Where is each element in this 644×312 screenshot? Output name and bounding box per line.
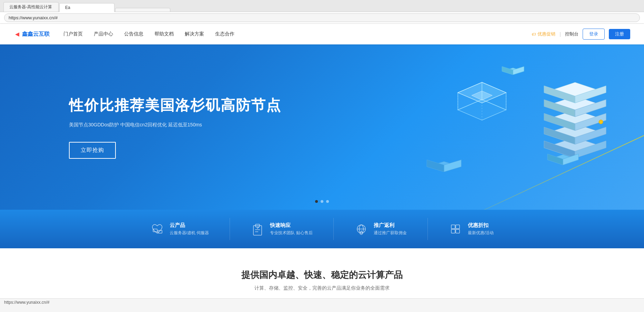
logo[interactable]: ◄ 鑫鑫云互联 bbox=[14, 30, 50, 38]
promo-link[interactable]: 🏷 优惠促销 bbox=[532, 31, 555, 37]
floating-block-1 bbox=[423, 153, 465, 172]
browser-tab-1[interactable]: 云服务器-高性能云计算 bbox=[3, 2, 59, 12]
hero-cta-button[interactable]: 立即抢购 bbox=[69, 142, 116, 159]
main-section: 提供国内卓越、快速、稳定的云计算产品 计算、存储、监控、安全，完善的云产品满足你… bbox=[0, 248, 644, 298]
logo-arrow-icon: ◄ bbox=[14, 30, 21, 38]
svg-marker-26 bbox=[427, 160, 444, 172]
carousel-dots bbox=[315, 200, 329, 203]
browser-address-bar bbox=[0, 12, 644, 24]
navbar: ◄ 鑫鑫云互联 门户首页 产品中心 公告信息 帮助文档 解决方案 生态合作 🏷 … bbox=[0, 24, 644, 44]
nav-links: 门户首页 产品中心 公告信息 帮助文档 解决方案 生态合作 bbox=[63, 31, 532, 37]
address-input[interactable] bbox=[4, 13, 640, 22]
nav-announcements[interactable]: 公告信息 bbox=[124, 31, 143, 37]
feature-cloud-products[interactable]: 云产品 云服务器/虚机 伺服器 bbox=[130, 218, 230, 240]
floating-block-2 bbox=[544, 148, 582, 165]
feature-cloud-title: 云产品 bbox=[170, 222, 209, 229]
feature-discount-title: 优惠折扣 bbox=[468, 222, 494, 229]
svg-marker-32 bbox=[502, 66, 513, 75]
clipboard-icon bbox=[251, 222, 264, 236]
nav-right: 🏷 优惠促销 | 控制台 登录 注册 bbox=[532, 29, 630, 40]
nav-home[interactable]: 门户首页 bbox=[63, 31, 83, 37]
svg-marker-33 bbox=[513, 66, 524, 75]
hero-illustration bbox=[410, 51, 616, 189]
promo-icon: 🏷 bbox=[532, 32, 536, 37]
svg-rect-48 bbox=[456, 229, 460, 233]
feature-promo-desc: 通过推广获取佣金 bbox=[374, 230, 407, 236]
browser-tab-2[interactable]: Ea bbox=[59, 3, 114, 12]
nav-divider: | bbox=[560, 31, 561, 37]
feature-discount[interactable]: 优惠折扣 最新优惠/活动 bbox=[428, 218, 514, 240]
feature-response-title: 快速响应 bbox=[270, 222, 312, 229]
heart-icon bbox=[150, 222, 164, 236]
control-link[interactable]: 控制台 bbox=[565, 31, 578, 37]
feature-promotion[interactable]: 推广返利 通过推广获取佣金 bbox=[334, 218, 428, 240]
carousel-dot-1[interactable] bbox=[315, 200, 318, 203]
status-bar: https://www.yunaixx.cn/# bbox=[0, 298, 644, 306]
globe-icon bbox=[354, 222, 368, 236]
page: ◄ 鑫鑫云互联 门户首页 产品中心 公告信息 帮助文档 解决方案 生态合作 🏷 … bbox=[0, 24, 644, 298]
feature-fast-response[interactable]: 快速响应 专业技术团队 贴心售后 bbox=[230, 218, 333, 240]
carousel-dot-2[interactable] bbox=[321, 200, 323, 203]
feature-cloud-desc: 云服务器/虚机 伺服器 bbox=[170, 230, 209, 236]
feature-promo-title: 推广返利 bbox=[374, 222, 407, 229]
section-title: 提供国内卓越、快速、稳定的云计算产品 bbox=[0, 269, 644, 281]
svg-marker-27 bbox=[444, 160, 461, 172]
features-bar: 云产品 云服务器/虚机 伺服器 快速响应 专业技术团队 贴心售后 bbox=[0, 210, 644, 248]
cube-illustration bbox=[451, 72, 513, 134]
logo-text: 鑫鑫云互联 bbox=[22, 31, 50, 38]
puzzle-icon bbox=[449, 222, 462, 236]
nav-ecosystem[interactable]: 生态合作 bbox=[215, 31, 234, 37]
browser-tabs: 云服务器-高性能云计算 Ea bbox=[3, 2, 641, 12]
promo-label: 优惠促销 bbox=[537, 31, 555, 37]
browser-chrome: 云服务器-高性能云计算 Ea bbox=[0, 0, 644, 12]
feature-discount-desc: 最新优惠/活动 bbox=[468, 230, 494, 236]
hero-banner: 性价比推荐美国洛杉矶高防节点 美国节点30GDDos防护 中国电信cn2回程优化… bbox=[0, 44, 644, 210]
status-url: https://www.yunaixx.cn/# bbox=[4, 300, 49, 305]
browser-tab-3[interactable] bbox=[115, 8, 170, 12]
floating-block-3 bbox=[499, 62, 527, 75]
svg-rect-45 bbox=[451, 225, 455, 229]
register-button[interactable]: 注册 bbox=[609, 29, 630, 39]
hero-content: 性价比推荐美国洛杉矶高防节点 美国节点30GDDos防护 中国电信cn2回程优化… bbox=[0, 75, 281, 179]
hero-title: 性价比推荐美国洛杉矶高防节点 bbox=[69, 96, 281, 115]
hero-subtitle: 美国节点30GDDos防护 中国电信cn2回程优化 延迟低至150ms bbox=[69, 122, 281, 128]
feature-response-desc: 专业技术团队 贴心售后 bbox=[270, 230, 312, 236]
login-button[interactable]: 登录 bbox=[583, 29, 605, 40]
nav-products[interactable]: 产品中心 bbox=[94, 31, 113, 37]
carousel-dot-3[interactable] bbox=[326, 200, 329, 203]
section-subtitle: 计算、存储、监控、安全，完善的云产品满足你业务的全面需求 bbox=[0, 285, 644, 291]
nav-solutions[interactable]: 解决方案 bbox=[185, 31, 204, 37]
svg-rect-47 bbox=[451, 229, 455, 233]
nav-docs[interactable]: 帮助文档 bbox=[154, 31, 174, 37]
svg-rect-46 bbox=[456, 225, 460, 229]
svg-point-24 bbox=[599, 120, 603, 124]
